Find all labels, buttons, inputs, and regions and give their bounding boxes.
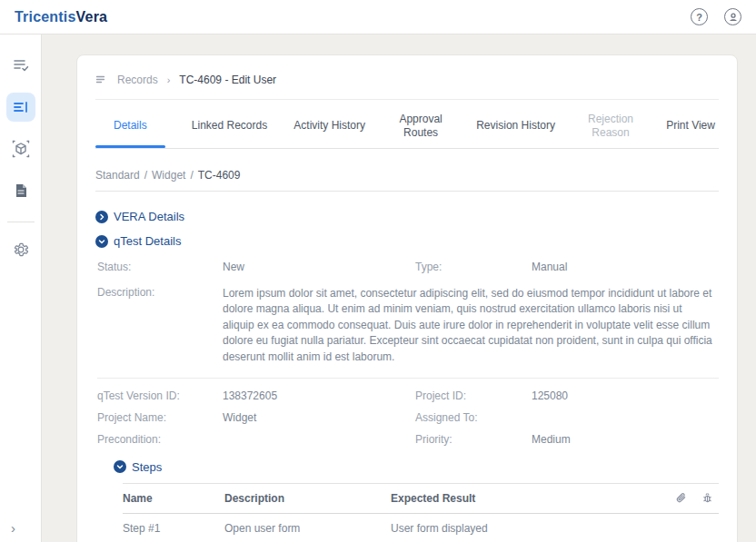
path-standard[interactable]: Standard xyxy=(95,169,140,182)
bug-icon[interactable] xyxy=(701,492,713,504)
field-label-priority: Priority: xyxy=(415,433,532,446)
records-icon xyxy=(12,98,30,116)
gear-icon xyxy=(12,241,30,259)
field-label-precondition: Precondition: xyxy=(97,433,223,446)
path-widget[interactable]: Widget xyxy=(152,169,185,182)
tab-print-view[interactable]: Print View xyxy=(666,113,715,147)
account-icon[interactable] xyxy=(724,8,741,25)
tab-linked-records[interactable]: Linked Records xyxy=(192,113,267,147)
field-value-description: Lorem ipsum dolor sit amet, consectetur … xyxy=(223,286,719,365)
tab-approval-routes[interactable]: Approval Routes xyxy=(392,113,450,148)
steps-table: Name Description Expected Result xyxy=(123,483,719,542)
section-vera-label: VERA Details xyxy=(114,210,184,223)
help-icon[interactable]: ? xyxy=(691,8,708,25)
chevron-right-circle-icon xyxy=(95,211,108,223)
steps-table-header: Name Description Expected Result xyxy=(123,483,719,514)
qtest-fields-row1: Status: New Type: Manual xyxy=(97,261,719,273)
tab-revision-history[interactable]: Revision History xyxy=(476,113,555,147)
person-glyph xyxy=(728,12,739,23)
field-label-project-name: Project Name: xyxy=(97,411,223,424)
field-value-version-id: 138372605 xyxy=(223,389,415,402)
logo-vera: Vera xyxy=(76,9,108,25)
tab-details[interactable]: Details xyxy=(95,113,165,147)
field-label-assigned-to: Assigned To: xyxy=(415,411,532,424)
step-expected-result: User form displayed xyxy=(391,522,632,535)
field-value-project-name: Widget xyxy=(223,411,415,424)
sidebar-divider xyxy=(7,222,35,222)
chevron-down-circle-icon xyxy=(114,460,126,473)
field-value-status: New xyxy=(223,261,415,273)
tab-rejection-reason: Rejection Reason xyxy=(582,113,640,148)
section-steps[interactable]: Steps xyxy=(114,460,719,474)
breadcrumb-separator-icon: › xyxy=(167,74,171,85)
field-label-description: Description: xyxy=(97,286,223,365)
column-header-expected-result: Expected Result xyxy=(391,492,632,505)
path-separator: / xyxy=(190,169,193,182)
field-value-assigned-to xyxy=(532,411,719,424)
top-header: TricentisVera ? xyxy=(0,0,756,34)
section-qtest-label: qTest Details xyxy=(114,234,181,248)
qtest-description-row: Description: Lorem ipsum dolor sit amet,… xyxy=(97,286,719,365)
section-steps-label: Steps xyxy=(132,460,162,474)
field-value-priority: Medium xyxy=(532,433,719,446)
step-description: Open user form xyxy=(224,522,391,535)
list-check-icon xyxy=(12,56,30,74)
field-label-type: Type: xyxy=(415,261,532,273)
sidebar-item-tasks[interactable] xyxy=(6,51,35,80)
path-separator: / xyxy=(144,169,147,182)
column-header-name: Name xyxy=(123,492,224,505)
tab-activity-history[interactable]: Activity History xyxy=(293,113,365,147)
field-value-precondition xyxy=(223,433,415,446)
attachment-icon[interactable] xyxy=(675,492,687,504)
logo-tricentis: Tricentis xyxy=(15,9,76,25)
fields-divider xyxy=(97,378,719,379)
sidebar-item-records[interactable] xyxy=(6,93,35,122)
sidebar-item-settings[interactable] xyxy=(6,235,35,264)
main-area: Records › TC-4609 - Edit User Details Li… xyxy=(42,34,756,542)
breadcrumb-records-link[interactable]: Records xyxy=(117,74,158,86)
chevron-down-circle-icon xyxy=(95,235,108,248)
sidebar-item-packages[interactable] xyxy=(6,134,35,163)
step-row-1[interactable]: Step #1 Open user form User form display… xyxy=(123,514,719,542)
cube-icon xyxy=(11,139,31,159)
sidebar-expand-button[interactable]: › xyxy=(11,521,15,535)
record-card: Records › TC-4609 - Edit User Details Li… xyxy=(76,54,738,542)
breadcrumb: Records › TC-4609 - Edit User xyxy=(95,70,719,100)
field-label-project-id: Project ID: xyxy=(415,389,532,402)
section-qtest-details[interactable]: qTest Details xyxy=(95,234,719,248)
qtest-fields-row2: qTest Version ID: 138372605 Project ID: … xyxy=(97,389,719,446)
column-header-description: Description xyxy=(224,492,391,505)
field-label-version-id: qTest Version ID: xyxy=(97,389,223,402)
step-name: Step #1 xyxy=(123,522,224,535)
record-list-icon xyxy=(95,74,108,86)
field-value-type: Manual xyxy=(532,261,719,273)
left-sidebar: › xyxy=(0,34,42,542)
field-label-status: Status: xyxy=(97,261,223,273)
field-value-project-id: 125080 xyxy=(532,389,719,402)
breadcrumb-current: TC-4609 - Edit User xyxy=(179,74,276,86)
record-tabs: Details Linked Records Activity History … xyxy=(95,100,719,149)
sidebar-item-documents[interactable] xyxy=(6,176,35,205)
path-current: TC-4609 xyxy=(198,169,241,182)
app-logo: TricentisVera xyxy=(15,9,107,25)
document-icon xyxy=(13,182,29,199)
record-path: Standard/Widget/TC-4609 xyxy=(95,149,719,192)
section-vera-details[interactable]: VERA Details xyxy=(95,210,719,223)
